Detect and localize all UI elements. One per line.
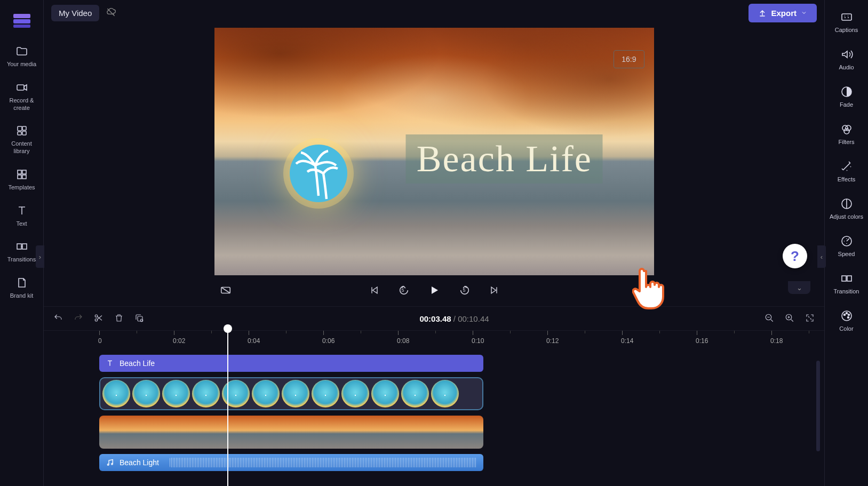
upload-icon (758, 9, 767, 17)
video-track-clip[interactable] (99, 416, 483, 449)
library-icon (15, 124, 28, 137)
clip-thumbnail-icon (102, 380, 130, 408)
export-button[interactable]: Export (748, 4, 817, 22)
playback-controls: 5 5 (214, 275, 654, 306)
audio-icon (840, 48, 853, 61)
svg-rect-33 (847, 276, 851, 281)
brand-kit-icon (15, 276, 28, 289)
svg-point-35 (843, 314, 845, 316)
undo-button[interactable] (53, 313, 63, 324)
color-icon (840, 309, 853, 322)
audio-waveform-icon (170, 458, 477, 467)
panel-audio[interactable]: Audio (827, 41, 866, 78)
cloud-sync-off-icon[interactable] (106, 7, 116, 19)
svg-rect-7 (22, 131, 26, 135)
project-name-input[interactable]: My Video (51, 5, 99, 21)
svg-rect-32 (842, 276, 846, 281)
svg-rect-10 (18, 175, 21, 179)
svg-rect-5 (22, 126, 26, 130)
adjust-icon (840, 197, 853, 210)
svg-rect-13 (22, 244, 27, 249)
panel-speed[interactable]: Speed (827, 227, 866, 265)
panel-transition[interactable]: Transition (827, 265, 866, 302)
zoom-fit-button[interactable] (805, 313, 815, 324)
svg-rect-0 (13, 14, 30, 18)
right-collapse-toggle[interactable]: ‹ (817, 245, 826, 268)
video-preview[interactable]: Beach Life (214, 28, 654, 275)
panel-adjust-colors[interactable]: Adjust colors (827, 190, 866, 227)
left-expand-toggle[interactable]: › (36, 245, 44, 268)
left-sidebar: Your media Record & create Content libra… (0, 0, 44, 486)
help-button[interactable]: ? (783, 244, 807, 268)
timeline-toolbar: 00:03.48 / 00:10.44 (44, 306, 824, 330)
svg-rect-11 (22, 175, 26, 179)
nav-text[interactable]: Text (3, 199, 41, 235)
timeline-scrollbar[interactable] (816, 361, 820, 451)
ruler-tick: 0:16 (697, 331, 709, 338)
svg-point-36 (846, 313, 847, 314)
panel-captions[interactable]: Captions (827, 3, 866, 41)
right-sidebar: Captions Audio Fade Filters Effects Adju… (824, 0, 868, 486)
svg-rect-25 (842, 14, 851, 20)
svg-rect-1 (13, 19, 30, 23)
top-bar: My Video Export (44, 0, 824, 26)
panel-color[interactable]: Color (827, 302, 866, 339)
main-area: My Video Export (44, 0, 824, 486)
svg-point-37 (848, 314, 849, 316)
zoom-in-button[interactable] (785, 313, 794, 324)
ruler-tick: 0:14 (622, 331, 634, 338)
skip-back-button[interactable]: 5 (398, 284, 410, 298)
play-button[interactable] (428, 284, 441, 298)
nav-brand-kit[interactable]: Brand kit (3, 271, 41, 307)
playhead[interactable] (227, 330, 228, 486)
svg-rect-6 (18, 132, 21, 135)
tutorial-cursor-icon (632, 266, 670, 312)
hide-preview-button[interactable] (220, 284, 232, 298)
ruler-tick: 0:04 (249, 331, 261, 338)
folder-icon (15, 45, 28, 58)
skip-forward-button[interactable]: 5 (459, 284, 471, 298)
timeline-tracks: Beach Life Beach Light (44, 346, 824, 486)
ruler-tick: 0 (99, 331, 103, 338)
camera-icon (15, 81, 28, 94)
svg-rect-2 (13, 25, 30, 28)
image-track-clip[interactable] (99, 377, 483, 410)
redo-button[interactable] (74, 313, 83, 324)
svg-point-28 (846, 125, 851, 131)
panel-filters[interactable]: Filters (827, 115, 866, 153)
svg-rect-19 (138, 316, 142, 321)
aspect-ratio-button[interactable]: 16:9 (614, 50, 644, 68)
templates-icon (15, 168, 28, 181)
text-icon (106, 359, 114, 368)
timecode-display: 00:03.48 / 00:10.44 (155, 314, 754, 323)
nav-transitions[interactable]: Transitions (3, 235, 41, 271)
duplicate-button[interactable] (134, 313, 144, 324)
svg-point-29 (844, 129, 849, 134)
chevron-down-icon (801, 10, 807, 16)
text-track-clip[interactable]: Beach Life (99, 355, 483, 372)
audio-track-clip[interactable]: Beach Light (99, 454, 483, 471)
nav-templates[interactable]: Templates (3, 163, 41, 199)
timeline-ruler[interactable]: 00:020:040:060:080:100:120:140:160:180:2… (44, 330, 824, 346)
captions-icon (840, 11, 853, 23)
overlay-title-text: Beach Life (406, 134, 603, 184)
ruler-tick: 0:12 (547, 331, 560, 338)
fade-icon (840, 85, 853, 98)
panel-expand-toggle[interactable]: ⌄ (788, 281, 810, 294)
delete-button[interactable] (114, 313, 124, 324)
nav-content-library[interactable]: Content library (3, 119, 41, 163)
split-button[interactable] (94, 313, 103, 324)
text-icon (15, 204, 28, 217)
nav-your-media[interactable]: Your media (3, 39, 41, 76)
ruler-tick: 0:08 (398, 331, 410, 338)
zoom-out-button[interactable] (765, 313, 774, 324)
panel-effects[interactable]: Effects (827, 153, 866, 190)
svg-rect-4 (18, 126, 22, 131)
nav-record-create[interactable]: Record & create (3, 76, 41, 119)
transitions-icon (15, 240, 28, 253)
skip-start-button[interactable] (369, 285, 380, 297)
skip-end-button[interactable] (489, 285, 499, 297)
panel-fade[interactable]: Fade (827, 78, 866, 115)
filters-icon (840, 123, 853, 136)
transition-icon (840, 272, 853, 285)
